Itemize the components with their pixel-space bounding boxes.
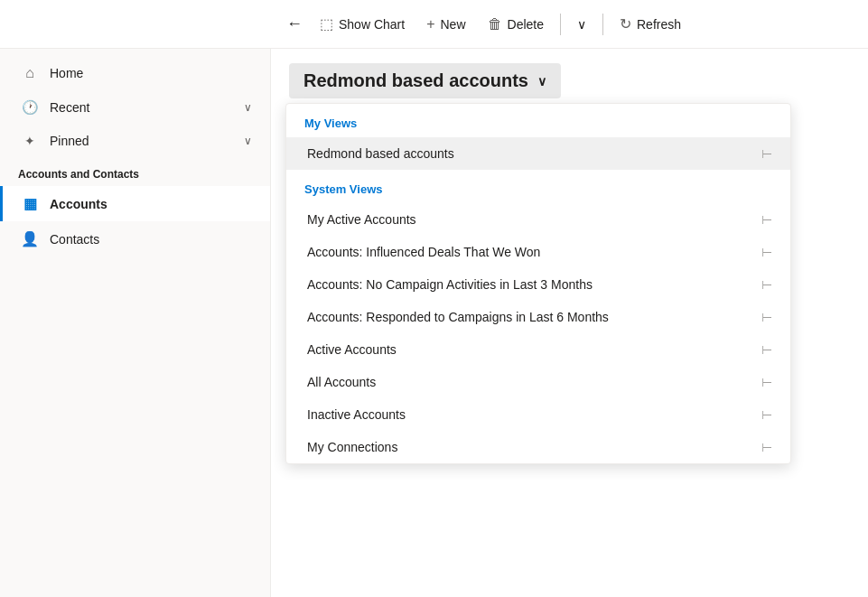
sidebar-label-home: Home: [50, 66, 252, 80]
dropdown-item-redmond-label: Redmond based accounts: [307, 146, 761, 161]
toolbar-divider-2: [602, 14, 603, 35]
sidebar-label-accounts: Accounts: [50, 197, 252, 211]
dropdown-item-responded-label: Accounts: Responded to Campaigns in Last…: [307, 310, 761, 324]
pin-icon-active[interactable]: ⊢: [761, 342, 772, 357]
sidebar-item-home[interactable]: ⌂ Home: [0, 56, 270, 90]
pin-icon-inactive[interactable]: ⊢: [761, 407, 772, 422]
dropdown-item-active[interactable]: Active Accounts ⊢: [286, 333, 790, 366]
pin-icon-influenced[interactable]: ⊢: [761, 245, 772, 259]
pin-icon-connections[interactable]: ⊢: [761, 440, 772, 454]
pin-icon-all[interactable]: ⊢: [761, 375, 772, 389]
pin-icon-responded[interactable]: ⊢: [761, 310, 772, 324]
view-title-chevron-icon: ∨: [537, 74, 546, 89]
sidebar-item-accounts[interactable]: ▦ Accounts: [0, 186, 270, 221]
dropdown-item-all[interactable]: All Accounts ⊢: [286, 366, 790, 398]
view-title: Redmond based accounts: [303, 70, 528, 91]
dropdown-item-inactive[interactable]: Inactive Accounts ⊢: [286, 398, 790, 431]
pin-icon-redmond[interactable]: ⊢: [761, 146, 772, 161]
dropdown-item-influenced[interactable]: Accounts: Influenced Deals That We Won ⊢: [286, 236, 790, 268]
toolbar-divider: [560, 14, 561, 35]
dropdown-item-connections-label: My Connections: [307, 440, 761, 454]
new-label: New: [441, 17, 466, 32]
dropdown-item-connections[interactable]: My Connections ⊢: [286, 431, 790, 463]
sidebar-label-contacts: Contacts: [50, 232, 252, 247]
dropdown-item-inactive-label: Inactive Accounts: [307, 407, 761, 422]
pinned-icon: ✦: [21, 134, 39, 148]
accounts-icon: ▦: [21, 195, 39, 212]
dropdown-item-my-active[interactable]: My Active Accounts ⊢: [286, 203, 790, 236]
home-icon: ⌂: [21, 65, 39, 81]
delete-button[interactable]: 🗑 Delete: [479, 11, 553, 38]
sidebar-item-pinned[interactable]: ✦ Pinned ∨: [0, 125, 270, 157]
show-chart-label: Show Chart: [339, 17, 405, 32]
contacts-icon: 👤: [21, 230, 39, 247]
show-chart-button[interactable]: ⬚ Show Chart: [311, 10, 414, 38]
dropdown-item-active-label: Active Accounts: [307, 342, 761, 357]
sidebar-item-contacts[interactable]: 👤 Contacts: [0, 221, 270, 257]
pin-icon-my-active[interactable]: ⊢: [761, 212, 772, 227]
sidebar-label-pinned: Pinned: [50, 134, 233, 148]
my-views-section-label: My Views: [286, 104, 790, 137]
back-button[interactable]: ←: [278, 8, 311, 41]
new-icon: +: [426, 16, 434, 33]
show-chart-icon: ⬚: [320, 15, 333, 33]
dropdown-icon: ∨: [577, 17, 586, 32]
sidebar-label-recent: Recent: [50, 100, 233, 115]
recent-icon: 🕐: [21, 99, 39, 116]
dropdown-panel: My Views Redmond based accounts ⊢ System…: [285, 103, 791, 464]
delete-icon: 🗑: [488, 16, 502, 33]
sidebar: ⌂ Home 🕐 Recent ∨ ✦ Pinned ∨ Accounts an…: [0, 49, 271, 597]
system-views-section-label: System Views: [286, 170, 790, 203]
main-layout: ⌂ Home 🕐 Recent ∨ ✦ Pinned ∨ Accounts an…: [0, 49, 868, 597]
delete-label: Delete: [508, 17, 544, 32]
refresh-label: Refresh: [637, 17, 681, 32]
dropdown-item-influenced-label: Accounts: Influenced Deals That We Won: [307, 245, 761, 259]
view-title-button[interactable]: Redmond based accounts ∨: [289, 63, 561, 98]
sidebar-section-header: Accounts and Contacts: [0, 157, 270, 186]
dropdown-item-no-campaign[interactable]: Accounts: No Campaign Activities in Last…: [286, 268, 790, 301]
new-button[interactable]: + New: [417, 11, 474, 38]
content-area: Redmond based accounts ∨ My Views Redmon…: [271, 49, 868, 597]
dropdown-item-my-active-label: My Active Accounts: [307, 212, 761, 227]
pinned-chevron-icon: ∨: [244, 135, 252, 147]
dropdown-item-all-label: All Accounts: [307, 375, 761, 389]
refresh-icon: ↻: [620, 15, 631, 33]
dropdown-arrow-button[interactable]: ∨: [568, 12, 595, 37]
toolbar: ← ⬚ Show Chart + New 🗑 Delete ∨ ↻ Refres…: [0, 0, 868, 49]
dropdown-item-redmond[interactable]: Redmond based accounts ⊢: [286, 137, 790, 170]
back-icon: ←: [286, 14, 303, 33]
pin-icon-no-campaign[interactable]: ⊢: [761, 277, 772, 292]
sidebar-item-recent[interactable]: 🕐 Recent ∨: [0, 90, 270, 125]
refresh-button[interactable]: ↻ Refresh: [611, 10, 690, 38]
recent-chevron-icon: ∨: [244, 101, 252, 114]
dropdown-item-no-campaign-label: Accounts: No Campaign Activities in Last…: [307, 277, 761, 292]
dropdown-item-responded[interactable]: Accounts: Responded to Campaigns in Last…: [286, 301, 790, 333]
toolbar-actions: ⬚ Show Chart + New 🗑 Delete ∨ ↻ Refresh: [311, 10, 690, 38]
